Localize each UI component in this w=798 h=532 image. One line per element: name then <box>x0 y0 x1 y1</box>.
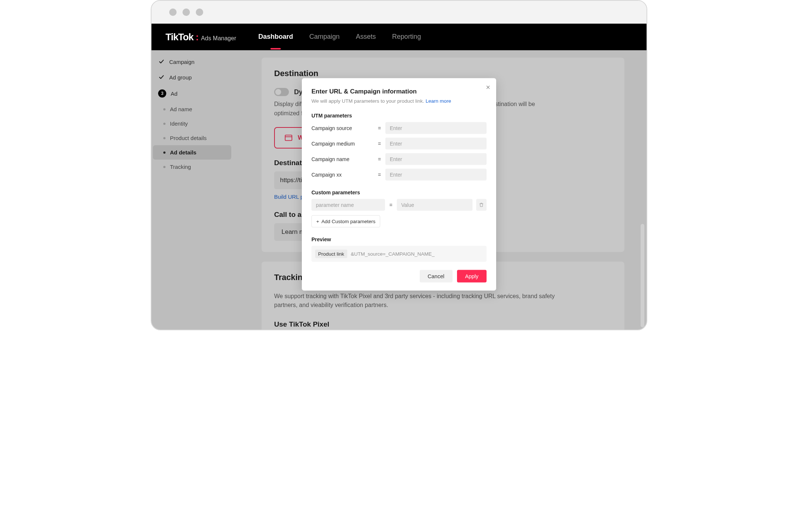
custom-group-title: Custom parameters <box>311 189 487 195</box>
add-custom-label: Add Custom parameters <box>321 218 375 224</box>
utm-xx-input[interactable] <box>385 168 487 180</box>
utm-group-title: UTM parameters <box>311 112 487 118</box>
preview-title: Preview <box>311 236 487 242</box>
brand-colon-icon: : <box>195 31 199 43</box>
delete-param-button[interactable] <box>476 199 487 211</box>
utm-name-row: Campaign name = <box>311 153 487 165</box>
url-params-modal: × Enter URL & Campaign information We wi… <box>302 78 496 290</box>
equals-icon: = <box>377 156 382 162</box>
nav-reporting[interactable]: Reporting <box>392 33 421 41</box>
equals-icon: = <box>377 125 382 131</box>
nav-links: Dashboard Campaign Assets Reporting <box>258 33 421 41</box>
utm-name-label: Campaign name <box>311 156 374 162</box>
modal-subtitle: We will apply UTM parameters to your pro… <box>311 98 487 103</box>
nav-assets[interactable]: Assets <box>356 33 376 41</box>
custom-param-row: = <box>311 199 487 211</box>
apply-button[interactable]: Apply <box>457 270 487 282</box>
learn-more-link[interactable]: Learn more <box>426 98 451 103</box>
nav-dashboard[interactable]: Dashboard <box>258 33 293 41</box>
equals-icon: = <box>389 202 393 208</box>
body-area: Campaign Ad group 3 Ad Ad name Identity … <box>151 50 647 330</box>
trash-icon <box>479 202 484 207</box>
plus-icon: + <box>316 218 319 224</box>
utm-source-input[interactable] <box>385 122 487 134</box>
traffic-min-icon[interactable] <box>183 8 190 16</box>
traffic-close-icon[interactable] <box>169 8 177 16</box>
utm-medium-input[interactable] <box>385 137 487 149</box>
utm-source-row: Campaign source = <box>311 122 487 134</box>
add-custom-param-button[interactable]: + Add Custom parameters <box>311 215 380 227</box>
modal-subtitle-text: We will apply UTM parameters to your pro… <box>311 98 424 103</box>
preview-box: Product link &UTM_source=_CAMPAIGN_NAME_ <box>311 246 487 262</box>
app-window: TikTok: Ads Manager Dashboard Campaign A… <box>151 0 647 330</box>
custom-param-name-input[interactable] <box>311 199 385 211</box>
utm-medium-row: Campaign medium = <box>311 137 487 149</box>
custom-param-value-input[interactable] <box>397 199 473 211</box>
utm-source-label: Campaign source <box>311 125 374 131</box>
utm-name-input[interactable] <box>385 153 487 165</box>
close-icon[interactable]: × <box>486 83 490 91</box>
equals-icon: = <box>377 171 382 177</box>
cancel-button[interactable]: Cancel <box>420 270 453 282</box>
utm-medium-label: Campaign medium <box>311 140 374 146</box>
brand-main: TikTok <box>166 31 193 43</box>
modal-title: Enter URL & Campaign information <box>311 88 487 95</box>
utm-xx-row: Campaign xx = <box>311 168 487 180</box>
traffic-max-icon[interactable] <box>196 8 203 16</box>
brand-sub: Ads Manager <box>201 35 236 42</box>
equals-icon: = <box>377 140 382 146</box>
utm-xx-label: Campaign xx <box>311 171 374 177</box>
brand-logo: TikTok: Ads Manager <box>166 31 236 43</box>
nav-campaign[interactable]: Campaign <box>309 33 340 41</box>
preview-text: &UTM_source=_CAMPAIGN_NAME_ <box>351 251 435 256</box>
scrollbar[interactable] <box>641 224 644 327</box>
preview-chip: Product link <box>315 249 347 258</box>
window-titlebar <box>151 1 647 24</box>
top-nav: TikTok: Ads Manager Dashboard Campaign A… <box>151 24 647 50</box>
